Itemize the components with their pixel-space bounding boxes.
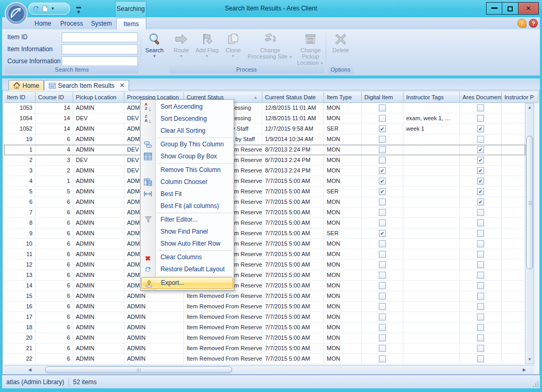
cell-instructor_tags[interactable]: exam, week 1, … — [403, 113, 460, 124]
cell-current_status_date[interactable]: 7/7/2015 5:00 AM — [262, 270, 324, 281]
cell-current_status_date[interactable]: 1/9/2014 10:34 AM — [262, 134, 324, 145]
cell-pickup_location[interactable]: ADMIN — [73, 166, 124, 176]
cell-current_status_date[interactable]: 7/7/2015 5:00 AM — [262, 343, 324, 354]
cell-pickup_location[interactable]: ADMIN — [73, 322, 124, 333]
cell-pickup_location[interactable]: ADMIN — [73, 343, 124, 354]
cell-ares_document[interactable] — [460, 333, 502, 343]
cell-pickup_location[interactable]: ADMIN — [73, 302, 124, 312]
cell-ares_document[interactable] — [460, 218, 502, 228]
cell-ares_document[interactable] — [460, 187, 502, 197]
cell-pickup_location[interactable]: ADMIN — [73, 187, 124, 197]
cell-instructor_tags[interactable] — [403, 155, 460, 166]
cell-current_status_date[interactable]: 7/7/2015 5:00 AM — [262, 322, 324, 333]
menu-item-filter-editor[interactable]: Filter Editor... — [141, 214, 234, 226]
ares_document-checkbox[interactable] — [477, 251, 484, 258]
cell-current_status_date[interactable]: 7/7/2015 5:00 AM — [262, 302, 324, 312]
tab-close-icon[interactable]: ✕ — [120, 82, 124, 89]
grid-row[interactable]: 206ADMINADMINItem Removed From Reserves7… — [4, 333, 525, 343]
cell-course_id[interactable]: 6 — [36, 249, 73, 260]
cell-current_status_date[interactable]: 7/7/2015 5:00 AM — [262, 218, 324, 228]
grid-row[interactable]: 105214ADMINADMINAwaiting Supply by Staff… — [4, 124, 525, 134]
menu-item-sort-ascending[interactable]: AZ↓Sort Ascending — [141, 101, 234, 113]
column-header-current_status_date[interactable]: Current Status Date — [262, 91, 324, 103]
cell-item_type[interactable]: MON — [324, 354, 362, 364]
cell-digital_item[interactable] — [362, 312, 403, 322]
cell-course_id[interactable]: 1 — [36, 176, 73, 187]
cell-current_status_date[interactable]: 7/7/2015 5:00 AM — [262, 249, 324, 260]
close-button[interactable]: ✕ — [518, 2, 539, 15]
menu-item-show-auto-filter-row[interactable]: Show Auto Filter Row — [141, 238, 234, 250]
digital_item-checkbox[interactable] — [379, 272, 386, 279]
cell-current_status[interactable]: Item Removed From Reserves — [184, 312, 262, 322]
cell-pickup_location[interactable]: ADMIN — [73, 218, 124, 228]
cell-course_id[interactable]: 6 — [36, 281, 73, 291]
grid-row[interactable]: 41ADMINADMINItem Removed From Reserves7/… — [4, 176, 525, 187]
add-flag-button[interactable]: Add Flag ▼ — [193, 31, 221, 65]
cell-instructor_p[interactable] — [502, 249, 525, 260]
digital_item-checkbox[interactable] — [379, 136, 386, 143]
grid-row[interactable]: 32ADMINDEVItem Removed From Reserves8/7/… — [4, 166, 525, 176]
cell-current_status_date[interactable]: 12/8/2015 11:01 AM — [262, 103, 324, 113]
grid-row[interactable]: 55ADMINADMINItem Removed From Reserves7/… — [4, 187, 525, 197]
cell-course_id[interactable]: 6 — [36, 218, 73, 228]
cell-instructor_tags[interactable] — [403, 260, 460, 270]
ares_document-checkbox[interactable] — [477, 157, 484, 164]
menu-item-best-fit-all-columns[interactable]: Best Fit (all columns) — [141, 200, 234, 212]
cell-ares_document[interactable] — [460, 155, 502, 166]
grid-row[interactable]: 156ADMINADMINItem Removed From Reserves7… — [4, 291, 525, 302]
cell-ares_document[interactable] — [460, 207, 502, 218]
cell-current_status_date[interactable]: 7/7/2015 5:00 AM — [262, 291, 324, 302]
cell-ares_document[interactable] — [460, 145, 502, 155]
search-dropdown-caret[interactable]: ▼ — [142, 54, 167, 58]
menu-item-sort-descending[interactable]: ZA↓Sort Descending — [141, 113, 234, 125]
cell-current_status_date[interactable]: 7/7/2015 5:00 AM — [262, 187, 324, 197]
ribbon-tab-system[interactable]: System — [87, 18, 116, 29]
digital_item-checkbox[interactable] — [379, 314, 386, 320]
ares_document-checkbox[interactable] — [477, 272, 484, 279]
cell-item_type[interactable]: MON — [324, 197, 362, 207]
ribbon-tab-items[interactable]: Items — [116, 18, 146, 29]
cell-item_id[interactable]: 15 — [4, 291, 36, 302]
cell-instructor_p[interactable] — [502, 166, 525, 176]
cell-item_id[interactable]: 22 — [4, 354, 36, 364]
route-button[interactable]: Route ▼ — [170, 31, 192, 65]
ares_document-checkbox[interactable] — [477, 230, 484, 237]
cell-processing_location[interactable]: ADMIN — [124, 354, 184, 364]
grid-row[interactable]: 106ADMINADMINItem Removed From Reserves7… — [4, 239, 525, 249]
digital_item-checkbox[interactable] — [379, 335, 386, 341]
cell-item_type[interactable]: MON — [324, 155, 362, 166]
cell-ares_document[interactable] — [460, 302, 502, 312]
cell-processing_location[interactable]: ADMIN — [124, 322, 184, 333]
grid-row[interactable]: 76ADMINADMINItem Removed From Reserves7/… — [4, 207, 525, 218]
cell-digital_item[interactable] — [362, 103, 403, 113]
cell-item_type[interactable]: MON — [324, 270, 362, 281]
ares_document-checkbox[interactable] — [477, 115, 484, 122]
ares_document-checkbox[interactable] — [477, 240, 484, 247]
cell-item_type[interactable]: MON — [324, 260, 362, 270]
cell-ares_document[interactable] — [460, 354, 502, 364]
cell-current_status_date[interactable]: 7/7/2015 5:00 AM — [262, 281, 324, 291]
cell-item_type[interactable]: SER — [324, 187, 362, 197]
cell-item_type[interactable]: MON — [324, 312, 362, 322]
cell-pickup_location[interactable]: ADMIN — [73, 197, 124, 207]
cell-pickup_location[interactable]: ADMIN — [73, 145, 124, 155]
cell-course_id[interactable]: 6 — [36, 312, 73, 322]
cell-digital_item[interactable] — [362, 145, 403, 155]
cell-instructor_p[interactable] — [502, 270, 525, 281]
cell-item_id[interactable]: 17 — [4, 312, 36, 322]
menu-item-clear-all-sorting[interactable]: Clear All Sorting — [141, 125, 234, 137]
cell-item_id[interactable]: 1054 — [4, 113, 36, 124]
digital_item-checkbox[interactable] — [379, 282, 386, 289]
ares_document-checkbox[interactable] — [477, 209, 484, 216]
cell-course_id[interactable]: 14 — [36, 103, 73, 113]
cell-digital_item[interactable] — [362, 249, 403, 260]
cell-ares_document[interactable] — [460, 270, 502, 281]
cell-instructor_tags[interactable] — [403, 166, 460, 176]
cell-digital_item[interactable] — [362, 113, 403, 124]
menu-item-group-by-this-column[interactable]: Group By This Column — [141, 139, 234, 151]
menu-item-restore-default-layout[interactable]: Restore Default Layout — [141, 263, 234, 275]
cell-instructor_tags[interactable]: week 1 — [403, 124, 460, 134]
cell-ares_document[interactable] — [460, 343, 502, 354]
cell-current_status_date[interactable]: 7/7/2015 5:00 AM — [262, 197, 324, 207]
grid-row[interactable]: 186ADMINADMINItem Removed From Reserves7… — [4, 322, 525, 333]
